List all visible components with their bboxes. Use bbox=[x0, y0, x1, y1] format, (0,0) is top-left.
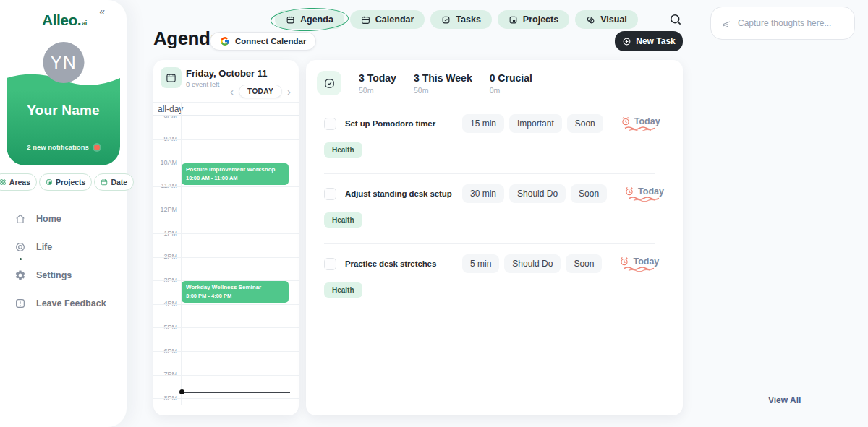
due-date[interactable]: Today bbox=[619, 256, 659, 272]
plus-circle-icon bbox=[622, 37, 631, 46]
tasks-panel: 3 Today 50m 3 This Week 50m 0 Crucial 0m… bbox=[306, 60, 683, 415]
profile-card: YN Your Name 2 new notifications bbox=[7, 62, 120, 165]
today-button[interactable]: TODAY bbox=[239, 85, 282, 98]
capture-thoughts-box[interactable] bbox=[710, 7, 855, 40]
urgency-pill[interactable]: Soon bbox=[566, 254, 602, 273]
filter-label: Areas bbox=[9, 178, 30, 186]
view-tabs: Agenda Calendar Tasks Projects Visual bbox=[275, 10, 638, 29]
summary-count-label: 3 This Week bbox=[414, 72, 472, 84]
search-icon[interactable] bbox=[668, 12, 683, 27]
life-active-dot bbox=[20, 258, 22, 260]
tab-label: Agenda bbox=[300, 14, 333, 25]
hour-line bbox=[153, 186, 299, 187]
sidebar: Alleo.ai « YN Your Name 2 new notificati… bbox=[0, 0, 127, 427]
filter-areas-button[interactable]: Areas bbox=[0, 173, 37, 191]
next-day-button[interactable]: › bbox=[286, 85, 292, 98]
filter-label: Projects bbox=[56, 178, 85, 186]
urgency-pill[interactable]: Soon bbox=[567, 114, 603, 133]
hour-line bbox=[153, 257, 299, 258]
alarm-clock-icon bbox=[624, 186, 634, 197]
hour-line bbox=[153, 327, 299, 328]
underline-squiggle bbox=[624, 267, 655, 272]
sidebar-item-life[interactable]: Life bbox=[14, 236, 127, 258]
hour-line bbox=[153, 351, 299, 352]
task-tag[interactable]: Health bbox=[324, 282, 362, 298]
connect-calendar-button[interactable]: Connect Calendar bbox=[210, 32, 316, 51]
feedback-icon bbox=[14, 298, 26, 309]
summary-duration: 50m bbox=[359, 86, 396, 95]
task-title: Adjust standing desk setup bbox=[345, 189, 454, 198]
prev-day-button[interactable]: ‹ bbox=[229, 85, 235, 98]
priority-pill[interactable]: Should Do bbox=[504, 254, 561, 273]
filter-projects-button[interactable]: Projects bbox=[39, 173, 92, 191]
events-left-label: 0 event left bbox=[186, 80, 219, 88]
avatar[interactable]: YN bbox=[43, 42, 84, 83]
new-task-button[interactable]: New Task bbox=[615, 31, 683, 51]
hour-line bbox=[153, 375, 299, 376]
visual-icon bbox=[586, 15, 595, 25]
hour-line bbox=[153, 304, 299, 305]
task-summary: 0 Crucial 0m bbox=[490, 72, 532, 95]
due-label: Today bbox=[633, 256, 659, 267]
duration-pill[interactable]: 15 min bbox=[462, 114, 504, 133]
priority-pill[interactable]: Important bbox=[509, 114, 562, 133]
summary-duration: 0m bbox=[490, 86, 532, 95]
duration-pill[interactable]: 5 min bbox=[462, 254, 499, 273]
projects-icon bbox=[509, 15, 518, 25]
sidebar-item-leave-feedback[interactable]: Leave Feedback bbox=[14, 293, 127, 314]
google-icon bbox=[220, 36, 230, 46]
task-row: Adjust standing desk setup 30 min Should… bbox=[324, 174, 655, 244]
summary-count-label: 3 Today bbox=[359, 72, 396, 84]
task-checkbox[interactable] bbox=[324, 188, 336, 200]
sidebar-item-label: Life bbox=[36, 242, 52, 252]
task-checkbox[interactable] bbox=[324, 118, 336, 130]
target-icon bbox=[14, 241, 26, 253]
sidebar-item-home[interactable]: Home bbox=[14, 208, 127, 230]
sidebar-item-label: Leave Feedback bbox=[36, 298, 106, 309]
tab-visual[interactable]: Visual bbox=[575, 10, 638, 29]
duration-pill[interactable]: 30 min bbox=[462, 184, 504, 203]
tab-label: Tasks bbox=[456, 14, 481, 25]
calendar-event[interactable]: Workday Wellness Seminar 3:00 PM - 4:00 … bbox=[182, 281, 289, 303]
urgency-pill[interactable]: Soon bbox=[571, 184, 607, 203]
alarm-clock-icon bbox=[619, 256, 629, 267]
sidebar-item-label: Home bbox=[36, 214, 61, 224]
task-tag[interactable]: Health bbox=[324, 212, 362, 228]
filter-date-button[interactable]: Date bbox=[94, 173, 134, 191]
calendar-icon bbox=[101, 178, 108, 186]
tab-label: Projects bbox=[523, 14, 558, 25]
scribble-icon bbox=[721, 18, 732, 29]
tab-agenda[interactable]: Agenda bbox=[275, 10, 344, 29]
notifications[interactable]: 2 new notifications bbox=[14, 143, 113, 151]
hour-line bbox=[153, 233, 299, 234]
calendar-icon bbox=[161, 67, 182, 88]
tab-tasks[interactable]: Tasks bbox=[430, 10, 492, 29]
tab-projects[interactable]: Projects bbox=[498, 10, 569, 29]
task-row: Practice desk stretches 5 min Should Do … bbox=[324, 244, 655, 314]
sidebar-item-label: Settings bbox=[36, 270, 72, 280]
calendar-event[interactable]: Posture Improvement Workshop 10:00 AM - … bbox=[182, 163, 289, 185]
task-tag[interactable]: Health bbox=[324, 142, 362, 158]
tab-calendar[interactable]: Calendar bbox=[350, 10, 425, 29]
event-time: 3:00 PM - 4:00 PM bbox=[186, 293, 284, 299]
profile-name: Your Name bbox=[14, 103, 113, 118]
event-title: Workday Wellness Seminar bbox=[186, 284, 284, 290]
collapse-sidebar-icon[interactable]: « bbox=[99, 6, 105, 17]
view-all-link[interactable]: View All bbox=[768, 395, 801, 405]
due-date[interactable]: Today bbox=[621, 116, 660, 131]
sidebar-item-settings[interactable]: Settings bbox=[14, 264, 127, 286]
summary-count-label: 0 Crucial bbox=[490, 72, 532, 84]
check-square-icon bbox=[441, 15, 451, 25]
task-checkbox[interactable] bbox=[324, 258, 336, 270]
current-time-indicator[interactable] bbox=[182, 392, 290, 393]
current-time-dot bbox=[179, 389, 184, 394]
gear-icon bbox=[14, 269, 26, 281]
task-summary: 3 Today 50m bbox=[359, 72, 396, 95]
priority-pill[interactable]: Should Do bbox=[509, 184, 566, 203]
hour-line bbox=[153, 139, 299, 140]
due-date[interactable]: Today bbox=[624, 186, 664, 202]
hour-line bbox=[153, 210, 299, 210]
task-summary: 3 This Week 50m bbox=[414, 72, 472, 95]
underline-squiggle bbox=[624, 126, 656, 131]
capture-thoughts-input[interactable] bbox=[738, 18, 844, 28]
